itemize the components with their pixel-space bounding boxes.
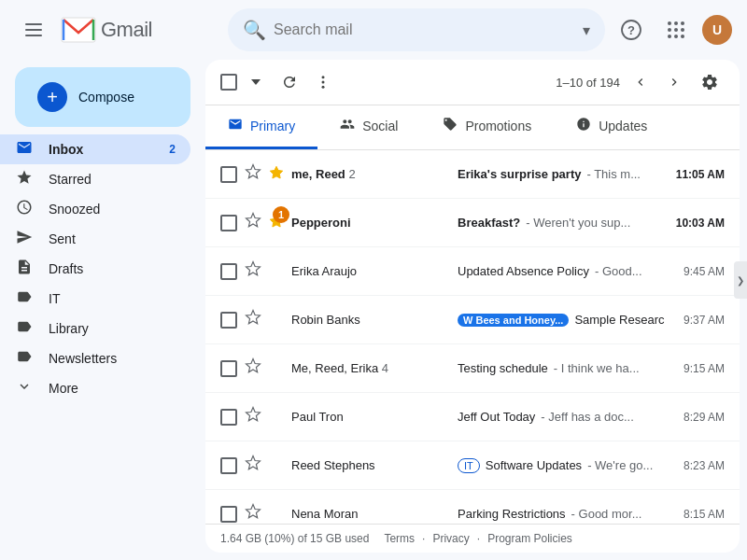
more-options-button[interactable] (308, 67, 338, 97)
sidebar-item-sent[interactable]: Sent (0, 224, 190, 254)
avatar[interactable]: U (702, 15, 732, 45)
star-icon[interactable] (245, 260, 261, 282)
email-row[interactable]: Paul Tron Jeff Out Today - Jeff has a do… (205, 393, 740, 441)
important-marker[interactable] (269, 456, 284, 474)
email-sender: Robin Banks (291, 313, 450, 327)
sidebar-item-newsletters[interactable]: Newsletters (0, 343, 190, 373)
email-sender: me, Reed 2 (291, 167, 450, 181)
terms-link[interactable]: Terms (384, 532, 415, 545)
starred-label: Starred (49, 172, 176, 187)
email-body: Parking Restrictions - Good mor... (458, 507, 665, 521)
side-pull-tab[interactable]: ❯ (734, 261, 747, 299)
email-row[interactable]: Reed Stephens IT Software Updates - We'r… (205, 441, 740, 490)
tab-social[interactable]: Social (317, 105, 420, 149)
important-marker[interactable] (269, 359, 284, 377)
sidebar-item-snoozed[interactable]: Snoozed (0, 194, 190, 224)
refresh-button[interactable] (275, 67, 304, 97)
email-checkbox[interactable] (220, 409, 237, 426)
social-tab-label: Social (362, 119, 398, 133)
search-dropdown-icon[interactable]: ▾ (583, 21, 590, 39)
email-checkbox[interactable] (220, 215, 237, 231)
prev-page-button[interactable] (627, 69, 654, 95)
email-time: 8:29 AM (672, 411, 725, 424)
starred-icon (15, 169, 34, 190)
sidebar-item-library[interactable]: Library (0, 314, 190, 343)
star-icon[interactable] (245, 163, 261, 185)
select-dropdown-button[interactable] (241, 67, 271, 97)
drafts-label: Drafts (49, 261, 176, 276)
it-tag: IT (458, 458, 480, 473)
updates-tab-label: Updates (599, 119, 647, 133)
email-row[interactable]: me, Reed 2 Erika's surprise party - This… (205, 150, 740, 199)
email-checkbox[interactable] (220, 360, 237, 377)
sent-label: Sent (49, 231, 176, 246)
social-tab-icon (340, 117, 355, 135)
storage-text: 1.64 GB (10%) of 15 GB used (220, 532, 369, 545)
email-checkbox[interactable] (220, 312, 237, 329)
email-subject: Testing schedule (458, 361, 548, 375)
important-marker[interactable] (269, 408, 284, 426)
important-marker[interactable] (269, 505, 284, 523)
email-subject: Erika's surprise party (458, 167, 581, 181)
email-row[interactable]: 1 Pepperoni Breakfast? - Weren't you sup… (205, 199, 740, 247)
compose-button[interactable]: + Compose (15, 67, 190, 127)
star-icon[interactable] (245, 503, 261, 524)
sidebar-item-drafts[interactable]: Drafts (0, 254, 190, 284)
next-page-button[interactable] (661, 69, 687, 95)
email-body: W Bees and Honey... Sample Research Repo… (458, 313, 665, 327)
library-label: Library (49, 321, 176, 336)
email-checkbox[interactable] (220, 166, 237, 183)
primary-tab-label: Primary (250, 119, 295, 133)
star-icon[interactable] (245, 212, 261, 233)
email-checkbox[interactable] (220, 263, 237, 280)
email-snippet: - Good... (595, 264, 642, 278)
svg-rect-2 (25, 35, 42, 36)
email-snippet: - Weren't you sup... (526, 216, 630, 230)
select-all-checkbox[interactable] (220, 74, 237, 91)
email-row[interactable]: Robin Banks W Bees and Honey... Sample R… (205, 296, 740, 344)
email-body: Updated Absence Policy - Good... (458, 264, 665, 278)
email-checkbox[interactable] (220, 506, 237, 523)
svg-point-7 (674, 21, 678, 25)
svg-point-17 (322, 86, 325, 89)
gmail-logo: Gmail (60, 16, 152, 44)
important-marker[interactable] (269, 311, 284, 329)
help-button[interactable]: ? (613, 11, 650, 49)
footer-links: Terms · Privacy · Program Policies (384, 532, 571, 545)
sidebar-item-starred[interactable]: Starred (0, 164, 190, 194)
email-row[interactable]: Erika Araujo Updated Absence Policy - Go… (205, 247, 740, 296)
email-snippet: - Good mor... (571, 507, 642, 521)
sidebar-item-inbox[interactable]: Inbox 2 (0, 134, 190, 164)
star-icon[interactable] (245, 455, 261, 476)
newsletters-label: Newsletters (49, 351, 176, 366)
svg-text:?: ? (627, 23, 635, 37)
svg-point-14 (681, 35, 684, 38)
search-input[interactable] (274, 21, 575, 38)
newsletters-icon (15, 348, 34, 370)
important-marker[interactable] (269, 165, 284, 183)
sent-icon (15, 229, 34, 250)
tab-updates[interactable]: Updates (554, 105, 669, 149)
star-icon[interactable] (245, 357, 261, 379)
important-marker[interactable]: 1 (269, 214, 284, 231)
star-icon[interactable] (245, 309, 261, 330)
sidebar-item-more[interactable]: More (0, 373, 190, 403)
email-row[interactable]: Nena Moran Parking Restrictions - Good m… (205, 490, 740, 524)
svg-point-13 (674, 35, 678, 38)
menu-button[interactable] (15, 11, 52, 49)
privacy-link[interactable]: Privacy (432, 532, 469, 545)
email-checkbox[interactable] (220, 457, 237, 474)
email-subject: Jeff Out Today (458, 410, 535, 424)
header-left: Gmail (15, 11, 220, 49)
tab-promotions[interactable]: Promotions (420, 105, 554, 149)
policies-link[interactable]: Program Policies (487, 532, 572, 545)
sidebar-item-it[interactable]: IT (0, 284, 190, 314)
tab-primary[interactable]: Primary (205, 105, 317, 149)
email-subject: Updated Absence Policy (458, 264, 589, 278)
star-icon[interactable] (245, 406, 261, 427)
email-row[interactable]: Me, Reed, Erika 4 Testing schedule - I t… (205, 344, 740, 393)
apps-button[interactable] (657, 11, 695, 49)
settings-button[interactable] (695, 67, 725, 97)
important-marker[interactable] (269, 262, 284, 280)
email-sender: Erika Araujo (291, 264, 450, 278)
